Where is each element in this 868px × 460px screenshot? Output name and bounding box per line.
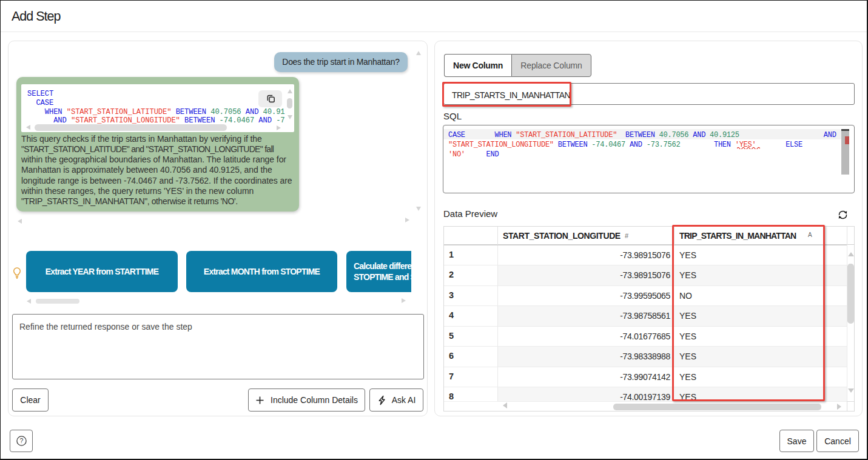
- svg-text:?: ?: [19, 437, 23, 444]
